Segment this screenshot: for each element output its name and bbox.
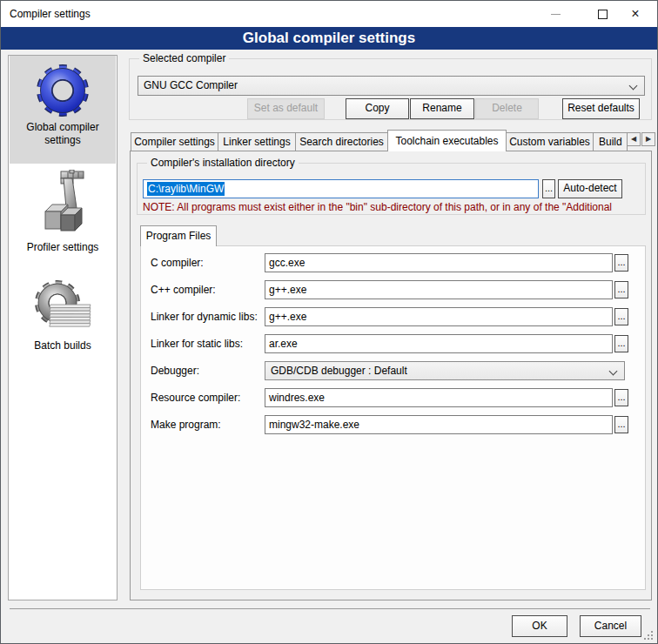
tab-scroll-right-button[interactable]: ▶ [641, 132, 655, 146]
arrow-right-icon: ▶ [646, 135, 651, 143]
tab-search-directories[interactable]: Search directories [295, 132, 388, 151]
tab-build[interactable]: Build [593, 132, 628, 151]
resource-compiler-browse-button[interactable]: ... [614, 389, 628, 406]
batch-builds-gear-icon [31, 278, 94, 338]
debugger-select[interactable]: GDB/CDB debugger : Default [265, 361, 625, 380]
sidebar-item-profiler-settings[interactable]: Profiler settings [10, 167, 116, 256]
profiler-caliper-icon [35, 170, 91, 239]
close-button[interactable]: × [618, 1, 653, 27]
cpp-compiler-label: C++ compiler: [151, 284, 216, 296]
copy-button[interactable]: Copy [346, 98, 409, 119]
tab-compiler-settings[interactable]: Compiler settings [131, 132, 218, 151]
make-program-input[interactable]: mingw32-make.exe [265, 415, 613, 434]
sidebar-item-batch-builds[interactable]: Batch builds [10, 276, 116, 359]
linker-static-value: ar.exe [269, 338, 298, 350]
maximize-icon [598, 10, 608, 19]
tab-scroll-left-button[interactable]: ◀ [627, 132, 641, 146]
blue-gear-icon [34, 62, 91, 119]
sidebar-item-global-compiler-settings[interactable]: Global compiler settings [10, 56, 116, 164]
sidebar-item-label: Profiler settings [19, 241, 106, 254]
settings-category-sidebar: Global compiler settings [8, 55, 118, 600]
rename-button[interactable]: Rename [410, 98, 474, 119]
linker-static-input[interactable]: ar.exe [265, 334, 613, 353]
linker-dynamic-label: Linker for dynamic libs: [151, 311, 258, 323]
tab-custom-variables[interactable]: Custom variables [506, 132, 594, 151]
compiler-settings-dialog: Compiler settings × Global compiler sett… [0, 0, 658, 644]
set-as-default-button[interactable]: Set as default [247, 98, 325, 119]
footer-separator [10, 608, 650, 609]
make-program-label: Make program: [151, 419, 221, 431]
linker-dynamic-browse-button[interactable]: ... [614, 308, 628, 325]
cpp-compiler-value: g++.exe [269, 284, 306, 296]
installation-directory-selected-text: C:\raylib\MinGW [147, 182, 225, 196]
c-compiler-input[interactable]: gcc.exe [265, 253, 613, 272]
linker-dynamic-input[interactable]: g++.exe [265, 307, 613, 326]
c-compiler-browse-button[interactable]: ... [614, 254, 628, 272]
compiler-select[interactable]: GNU GCC Compiler [138, 76, 645, 96]
tab-toolchain-executables[interactable]: Toolchain executables [387, 130, 507, 151]
window-title: Compiler settings [10, 8, 91, 20]
maximize-button[interactable] [585, 1, 620, 27]
tab-linker-settings[interactable]: Linker settings [218, 132, 296, 151]
resource-compiler-value: windres.exe [269, 392, 325, 404]
debugger-label: Debugger: [151, 365, 199, 377]
bin-subdirectory-note: NOTE: All programs must exist either in … [143, 201, 645, 213]
linker-static-browse-button[interactable]: ... [614, 335, 628, 352]
page-title: Global compiler settings [1, 27, 657, 50]
cpp-compiler-input[interactable]: g++.exe [265, 280, 613, 299]
cpp-compiler-browse-button[interactable]: ... [614, 281, 628, 299]
installation-directory-input[interactable]: C:\raylib\MinGW [143, 179, 539, 198]
chevron-down-icon [609, 367, 618, 376]
sidebar-item-label: Batch builds [19, 339, 106, 352]
make-program-browse-button[interactable]: ... [614, 416, 628, 433]
selected-compiler-legend: Selected compiler [139, 52, 229, 64]
title-bar[interactable]: Compiler settings × [1, 1, 657, 27]
linker-dynamic-value: g++.exe [269, 311, 306, 323]
debugger-select-value: GDB/CDB debugger : Default [271, 365, 407, 377]
installation-directory-browse-button[interactable]: ... [542, 179, 555, 198]
minimize-button[interactable] [538, 1, 573, 27]
subtab-program-files[interactable]: Program Files [140, 225, 217, 246]
cancel-button[interactable]: Cancel [580, 615, 641, 637]
resource-compiler-label: Resource compiler: [151, 392, 240, 404]
c-compiler-value: gcc.exe [269, 257, 305, 269]
installation-directory-legend: Compiler's installation directory [147, 157, 299, 169]
linker-static-label: Linker for static libs: [151, 338, 243, 350]
close-icon: × [631, 7, 639, 21]
resource-compiler-input[interactable]: windres.exe [265, 388, 613, 407]
compiler-select-value: GNU GCC Compiler [144, 79, 238, 91]
c-compiler-label: C compiler: [151, 257, 204, 269]
resize-grip[interactable] [643, 630, 654, 641]
arrow-left-icon: ◀ [631, 135, 636, 143]
minimize-icon [551, 14, 561, 15]
make-program-value: mingw32-make.exe [269, 419, 359, 431]
ok-button[interactable]: OK [512, 615, 567, 637]
chevron-down-icon [629, 82, 638, 91]
sidebar-item-label: Global compiler settings [19, 121, 106, 147]
delete-button[interactable]: Delete [475, 98, 539, 119]
reset-defaults-button[interactable]: Reset defaults [562, 98, 640, 119]
auto-detect-button[interactable]: Auto-detect [558, 179, 622, 198]
